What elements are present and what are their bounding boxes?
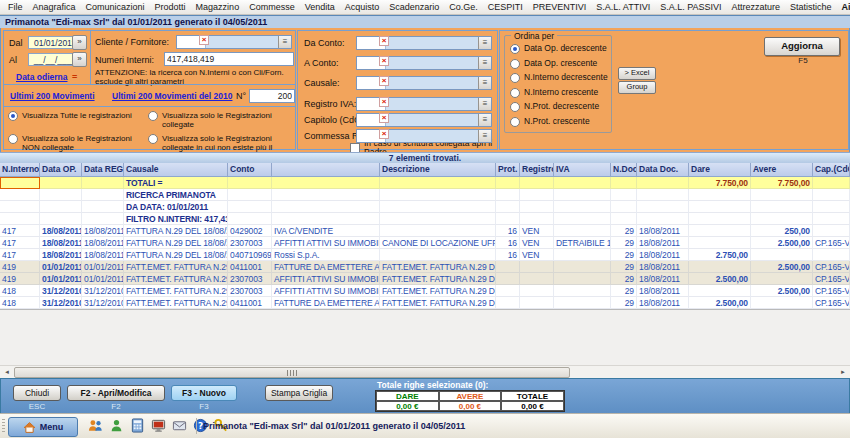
lookup-list-icon[interactable]: ≡ bbox=[478, 57, 491, 69]
column-header-N.Doc.[interactable]: N.Doc. bbox=[611, 163, 637, 176]
account-field-code-input[interactable]: × bbox=[357, 77, 385, 89]
lookup-list-icon[interactable]: ≡ bbox=[478, 37, 491, 49]
clear-field-icon[interactable]: × bbox=[199, 35, 209, 45]
view-option-0[interactable]: Visualizza Tutte le registrazioni bbox=[8, 111, 148, 129]
menu-item-comunicazioni[interactable]: Comunicazioni bbox=[81, 2, 150, 12]
menu-item-scadenzario[interactable]: Scadenzario bbox=[384, 2, 444, 12]
menu-item-aiuto[interactable]: Aiuto bbox=[837, 2, 850, 12]
user-icon[interactable] bbox=[109, 418, 124, 433]
radio-icon[interactable] bbox=[510, 102, 520, 112]
menu-item-anagrafica[interactable]: Anagrafica bbox=[28, 2, 81, 12]
account-field-code-input[interactable]: × bbox=[357, 98, 385, 110]
table-row[interactable]: 41718/08/201118/08/2011FATTURA N.29 DEL … bbox=[0, 249, 850, 261]
ordina-option-0[interactable]: Data Op. decrescente bbox=[510, 44, 608, 54]
column-header-IVA[interactable]: IVA bbox=[554, 163, 611, 176]
account-field-3[interactable]: ×≡ bbox=[356, 97, 492, 111]
column-header-Conto[interactable]: Conto bbox=[228, 163, 272, 176]
radio-icon[interactable] bbox=[148, 111, 158, 121]
clear-field-icon[interactable]: × bbox=[379, 129, 389, 139]
radio-icon[interactable] bbox=[148, 134, 158, 144]
lookup-list-icon[interactable]: ≡ bbox=[278, 36, 291, 48]
account-field-5[interactable]: ×≡ bbox=[356, 129, 492, 143]
clear-field-icon[interactable]: × bbox=[379, 97, 389, 107]
menu-button[interactable]: Menu bbox=[8, 417, 78, 437]
column-header-Prot.[interactable]: Prot. bbox=[496, 163, 520, 176]
cliente-fornitore-field[interactable]: × ≡ bbox=[176, 35, 292, 49]
account-field-4[interactable]: ×≡ bbox=[356, 113, 492, 127]
table-row[interactable]: TOTALI =7.750,007.750,00 bbox=[0, 177, 850, 189]
table-row[interactable]: 41831/12/201031/12/2010FATT.EMET. FATTUR… bbox=[0, 297, 850, 309]
column-header-Data Doc.[interactable]: Data Doc. bbox=[637, 163, 689, 176]
lookup-list-icon[interactable]: ≡ bbox=[478, 98, 491, 110]
footer-button-f3-nuovo[interactable]: F3 - Nuovo bbox=[171, 385, 237, 401]
footer-button-stampa-griglia[interactable]: Stampa Griglia bbox=[265, 385, 333, 401]
account-field-code-input[interactable]: × bbox=[357, 57, 385, 69]
radio-icon[interactable] bbox=[8, 111, 18, 121]
lookup-list-icon[interactable]: ≡ bbox=[478, 114, 491, 126]
table-row[interactable]: 41901/01/201101/01/2011FATT.EMET. FATTUR… bbox=[0, 261, 850, 273]
column-header-N.Interno[interactable]: N.Interno bbox=[0, 163, 40, 176]
calculator-icon[interactable] bbox=[130, 418, 145, 433]
radio-icon[interactable] bbox=[510, 44, 520, 54]
ordina-option-4[interactable]: N.Prot. decrescente bbox=[510, 102, 608, 112]
ordina-option-2[interactable]: N.Interno decrescente bbox=[510, 73, 608, 83]
menu-item-cespiti[interactable]: CESPITI bbox=[483, 2, 528, 12]
column-header-Dare[interactable]: Dare bbox=[689, 163, 751, 176]
scroll-right-icon[interactable]: ► bbox=[837, 367, 849, 378]
account-field-0[interactable]: ×≡ bbox=[356, 36, 492, 50]
cliente-fornitore-code-input[interactable]: × bbox=[177, 36, 205, 48]
account-field-1[interactable]: ×≡ bbox=[356, 56, 492, 70]
ordina-option-1[interactable]: Data Op. crescente bbox=[510, 59, 608, 69]
scrollbar-thumb[interactable] bbox=[14, 367, 570, 378]
aggiorna-button[interactable]: Aggiorna bbox=[764, 37, 840, 56]
table-row[interactable]: 41718/08/201118/08/2011FATTURA N.29 DEL … bbox=[0, 237, 850, 249]
numeri-interni-input[interactable] bbox=[164, 52, 294, 66]
ordina-option-5[interactable]: N.Prot. crescente bbox=[510, 117, 608, 127]
mail-icon[interactable] bbox=[172, 418, 187, 433]
radio-icon[interactable] bbox=[510, 88, 520, 98]
table-row[interactable]: 41718/08/201118/08/2011FATTURA N.29 DEL … bbox=[0, 225, 850, 237]
account-field-2[interactable]: ×≡ bbox=[356, 76, 492, 90]
clear-field-icon[interactable]: × bbox=[379, 76, 389, 86]
footer-button-f2-apri-modifica[interactable]: F2 - Apri/Modifica bbox=[67, 385, 165, 401]
table-row[interactable]: RICERCA PRIMANOTA bbox=[0, 189, 850, 201]
menu-item-co-ge-[interactable]: Co.Ge. bbox=[444, 2, 483, 12]
monitor-icon[interactable] bbox=[151, 418, 166, 433]
al-picker-button[interactable]: » bbox=[72, 52, 87, 67]
ultimi-200-2010-link[interactable]: Ultimi 200 Movimenti del 2010 bbox=[112, 91, 232, 101]
column-header-Avere[interactable]: Avere bbox=[751, 163, 813, 176]
table-row[interactable]: DA DATA: 01/01/2011 bbox=[0, 201, 850, 213]
scroll-left-icon[interactable]: ◄ bbox=[1, 367, 13, 378]
table-row[interactable]: 41901/01/201101/01/2011FATT.EMET. FATTUR… bbox=[0, 273, 850, 285]
menu-item-magazzino[interactable]: Magazzino bbox=[191, 2, 245, 12]
column-header-Registro[interactable]: Registro bbox=[520, 163, 554, 176]
n-movimenti-input[interactable] bbox=[249, 89, 295, 103]
menu-item-statistiche[interactable]: Statistiche bbox=[785, 2, 837, 12]
menu-item-preventivi[interactable]: PREVENTIVI bbox=[528, 2, 592, 12]
view-option-1[interactable]: Visualizza solo le Registrazioni collega… bbox=[148, 111, 296, 129]
table-row[interactable]: FILTRO N.INTERNI: 417,418,419 bbox=[0, 213, 850, 225]
dal-picker-button[interactable]: » bbox=[72, 35, 87, 50]
menu-item-acquisto[interactable]: Acquisto bbox=[340, 2, 385, 12]
horizontal-scrollbar[interactable]: ◄ ► bbox=[0, 365, 850, 378]
excel-button[interactable]: > Excel bbox=[618, 67, 656, 80]
column-header-blank[interactable] bbox=[272, 163, 380, 176]
radio-icon[interactable] bbox=[8, 134, 18, 144]
clear-field-icon[interactable]: × bbox=[379, 56, 389, 66]
column-header-Data REG.[interactable]: Data REG. bbox=[82, 163, 124, 176]
lookup-list-icon[interactable]: ≡ bbox=[478, 130, 491, 142]
clear-field-icon[interactable]: × bbox=[379, 113, 389, 123]
menu-item-s-a-l-passivi[interactable]: S.A.L. PASSIVI bbox=[655, 2, 726, 12]
menu-item-commesse[interactable]: Commesse bbox=[244, 2, 300, 12]
column-header-Descrizione[interactable]: Descrizione bbox=[380, 163, 496, 176]
column-header-Cap.(CdC)[interactable]: Cap.(CdC) bbox=[813, 163, 850, 176]
footer-button-chiudi[interactable]: Chiudi bbox=[13, 385, 61, 401]
lookup-list-icon[interactable]: ≡ bbox=[478, 77, 491, 89]
menu-item-prodotti[interactable]: Prodotti bbox=[150, 2, 191, 12]
data-odierna-link[interactable]: Data odierna bbox=[16, 72, 68, 82]
account-field-code-input[interactable]: × bbox=[357, 37, 385, 49]
radio-icon[interactable] bbox=[510, 59, 520, 69]
account-field-code-input[interactable]: × bbox=[357, 130, 385, 142]
users-icon[interactable] bbox=[88, 418, 103, 433]
column-header-Data OP.[interactable]: Data OP. bbox=[40, 163, 82, 176]
